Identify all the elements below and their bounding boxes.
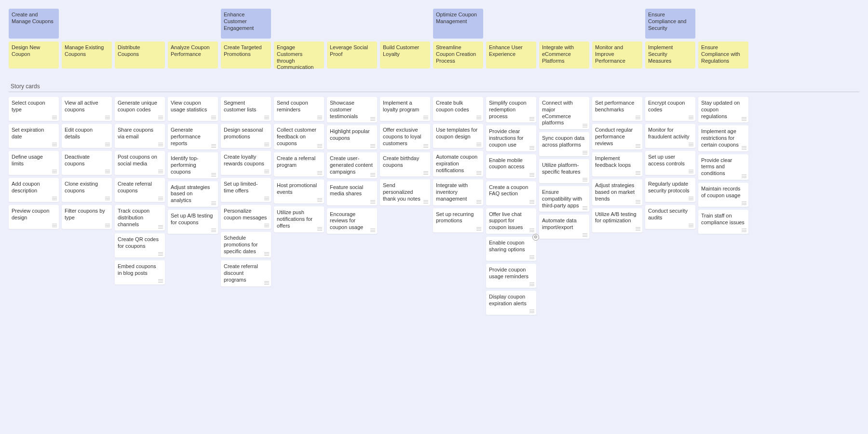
story-card[interactable]: Stay updated on coupon regulations xyxy=(698,97,748,122)
drag-grip-icon xyxy=(370,144,375,148)
story-card[interactable]: Segment customer lists xyxy=(221,97,271,121)
story-card[interactable]: Utilize platform-specific features xyxy=(539,159,589,183)
story-card[interactable]: Create referral coupons xyxy=(115,178,165,202)
story-card[interactable]: Offer exclusive coupons to loyal custome… xyxy=(380,124,430,149)
story-card[interactable]: Set up limited-time offers xyxy=(221,178,271,202)
feature-card[interactable]: Manage Existing Coupons xyxy=(62,41,112,68)
story-card[interactable]: Send personalized thank you notes xyxy=(380,179,430,205)
story-card[interactable]: Share coupons via email xyxy=(115,124,165,148)
drag-grip-icon xyxy=(211,116,216,120)
story-card[interactable]: Create a coupon FAQ section xyxy=(486,181,536,205)
story-card[interactable]: Connect with major eCommerce platforms xyxy=(539,97,589,129)
story-card[interactable]: Generate unique coupon codes xyxy=(115,97,165,121)
feature-card[interactable]: Integrate with eCommerce Platforms xyxy=(539,41,589,68)
story-card[interactable]: Implement age restrictions for certain c… xyxy=(698,125,748,151)
story-card[interactable]: Post coupons on social media xyxy=(115,151,165,175)
story-card[interactable]: Implement a loyalty program xyxy=(380,97,430,121)
story-card[interactable]: Sync coupon data across platforms xyxy=(539,132,589,156)
story-card[interactable]: Edit coupon details xyxy=(62,124,112,148)
story-card[interactable]: Define usage limits xyxy=(9,151,59,175)
card-badge-icon[interactable]: ⊖ xyxy=(532,234,539,241)
story-card[interactable]: Simplify coupon redemption process xyxy=(486,97,536,122)
feature-card[interactable]: Distribute Coupons xyxy=(115,41,165,68)
feature-card[interactable]: Ensure Compliance with Regulations xyxy=(698,41,748,68)
story-card[interactable]: Automate data import/export xyxy=(539,215,589,239)
story-card[interactable]: Preview coupon design xyxy=(9,205,59,229)
story-card[interactable]: Set up A/B testing for coupons xyxy=(168,210,218,234)
story-card[interactable]: Host promotional events xyxy=(274,179,324,203)
feature-card[interactable]: Monitor and Improve Performance xyxy=(592,41,642,68)
story-card[interactable]: Train staff on compliance issues xyxy=(698,210,748,234)
epic-card[interactable]: Create and Manage Coupons xyxy=(9,9,59,39)
story-card[interactable]: Schedule promotions for specific dates xyxy=(221,232,271,258)
story-card[interactable]: Create loyalty rewards coupons xyxy=(221,151,271,175)
story-card[interactable]: Generate performance reports xyxy=(168,124,218,149)
epic-card[interactable]: Ensure Compliance and Security xyxy=(645,9,695,39)
story-card[interactable]: Offer live chat support for coupon issue… xyxy=(486,208,536,234)
feature-card[interactable]: Analyze Coupon Performance xyxy=(168,41,218,68)
story-card[interactable]: Maintain records of coupon usage xyxy=(698,183,748,207)
story-card[interactable]: Create QR codes for coupons xyxy=(115,233,165,258)
story-card[interactable]: Identify top-performing coupons xyxy=(168,152,218,178)
story-card[interactable]: Adjust strategies based on analytics xyxy=(168,181,218,207)
story-card[interactable]: Create referral discount programs xyxy=(221,260,271,286)
story-card[interactable]: View all active coupons xyxy=(62,97,112,121)
story-card[interactable]: Collect customer feedback on coupons xyxy=(274,124,324,149)
story-card[interactable]: Create a referral program xyxy=(274,152,324,176)
story-card[interactable]: Set expiration date xyxy=(9,124,59,148)
epic-card[interactable]: Enhance Customer Engagement xyxy=(221,9,271,39)
story-card[interactable]: Filter coupons by type xyxy=(62,205,112,229)
feature-card[interactable]: Create Targeted Promotions xyxy=(221,41,271,68)
story-card[interactable]: Conduct regular performance reviews xyxy=(592,124,642,149)
story-card[interactable]: Create user-generated content campaigns xyxy=(327,152,377,178)
story-card[interactable]: Ensure compatibility with third-party ap… xyxy=(539,186,589,212)
story-card[interactable]: Clone existing coupons xyxy=(62,178,112,202)
story-card[interactable]: Use templates for coupon design xyxy=(433,124,483,148)
story-card[interactable]: Utilize push notifications for offers xyxy=(274,206,324,232)
epic-card[interactable]: Optimize Coupon Management xyxy=(433,9,483,39)
story-card[interactable]: Utilize A/B testing for optimization xyxy=(592,208,642,232)
feature-card[interactable]: Engage Customers through Communication xyxy=(274,41,324,68)
drag-grip-icon xyxy=(636,144,640,148)
story-card[interactable]: Encourage reviews for coupon usage xyxy=(327,208,377,234)
story-card[interactable]: Implement feedback loops xyxy=(592,152,642,176)
story-card[interactable]: Provide clear terms and conditions xyxy=(698,154,748,180)
story-column: Stay updated on coupon regulationsImplem… xyxy=(698,97,748,315)
feature-card[interactable]: Build Customer Loyalty xyxy=(380,41,430,68)
story-card[interactable]: Adjust strategies based on market trends xyxy=(592,179,642,205)
feature-card[interactable]: Streamline Coupon Creation Process xyxy=(433,41,483,68)
story-card[interactable]: Enable mobile coupon access xyxy=(486,154,536,178)
story-card[interactable]: Encrypt coupon codes xyxy=(645,97,695,121)
feature-card[interactable]: Enhance User Experience xyxy=(486,41,536,68)
feature-card[interactable]: Design New Coupon xyxy=(9,41,59,68)
drag-grip-icon xyxy=(689,224,693,228)
story-card[interactable]: Design seasonal promotions xyxy=(221,124,271,148)
story-card[interactable]: Embed coupons in blog posts xyxy=(115,260,165,285)
story-card[interactable]: Add coupon description xyxy=(9,178,59,202)
story-card[interactable]: Monitor for fraudulent activity xyxy=(645,124,695,148)
story-card[interactable]: Conduct security audits xyxy=(645,205,695,229)
story-card[interactable]: Set performance benchmarks xyxy=(592,97,642,121)
story-card[interactable]: Enable coupon sharing options⊖ xyxy=(486,237,536,261)
story-card[interactable]: View coupon usage statistics xyxy=(168,97,218,121)
story-card[interactable]: Integrate with inventory management xyxy=(433,179,483,205)
story-card[interactable]: Deactivate coupons xyxy=(62,151,112,175)
story-card[interactable]: Provide coupon usage reminders xyxy=(486,264,536,288)
story-card[interactable]: Set up recurring promotions xyxy=(433,208,483,232)
story-card[interactable]: Display coupon expiration alerts xyxy=(486,291,536,315)
story-card[interactable]: Highlight popular coupons xyxy=(327,125,377,149)
story-card[interactable]: Select coupon type xyxy=(9,97,59,121)
story-card[interactable]: Track coupon distribution channels xyxy=(115,205,165,231)
story-card[interactable]: Set up user access controls xyxy=(645,151,695,175)
story-card[interactable]: Regularly update security protocols xyxy=(645,178,695,202)
feature-card[interactable]: Implement Security Measures xyxy=(645,41,695,68)
story-card[interactable]: Send coupon reminders xyxy=(274,97,324,121)
story-card[interactable]: Personalize coupon messages xyxy=(221,205,271,229)
story-card[interactable]: Automate coupon expiration notifications xyxy=(433,151,483,176)
story-card[interactable]: Showcase customer testimonials xyxy=(327,97,377,122)
feature-card[interactable]: Leverage Social Proof xyxy=(327,41,377,68)
story-card[interactable]: Create birthday coupons xyxy=(380,152,430,176)
story-card[interactable]: Feature social media shares xyxy=(327,181,377,205)
story-card[interactable]: Create bulk coupon codes xyxy=(433,97,483,121)
story-card[interactable]: Provide clear instructions for coupon us… xyxy=(486,125,536,151)
